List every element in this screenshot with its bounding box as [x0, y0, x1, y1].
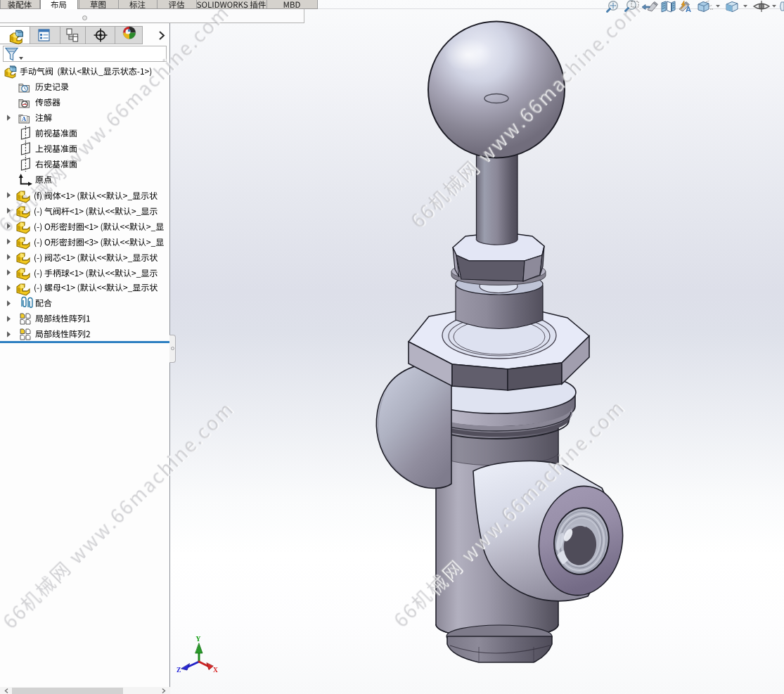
svg-text:X: X: [213, 667, 218, 674]
svg-text:A: A: [22, 115, 27, 122]
svg-text:Y: Y: [196, 636, 201, 643]
svg-text:Z: Z: [176, 667, 181, 674]
svg-text:A: A: [686, 5, 691, 13]
